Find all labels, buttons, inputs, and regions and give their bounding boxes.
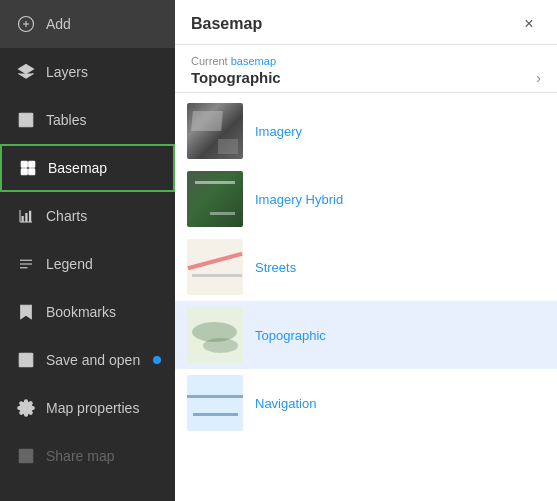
sidebar-item-add[interactable]: Add (0, 0, 175, 48)
sidebar-item-charts[interactable]: Charts (0, 192, 175, 240)
svg-rect-4 (19, 113, 33, 127)
basemap-thumb-streets (187, 239, 243, 295)
sidebar-item-map-properties[interactable]: Map properties (0, 384, 175, 432)
basemap-label: Topographic (255, 328, 326, 343)
plus-circle-icon (16, 14, 36, 34)
close-button[interactable]: × (517, 12, 541, 36)
list-item[interactable]: Streets (175, 233, 557, 301)
basemap-label: Imagery (255, 124, 302, 139)
basemap-label: Streets (255, 260, 296, 275)
basemap-thumb-imagery-hybrid (187, 171, 243, 227)
sidebar-item-bookmarks[interactable]: Bookmarks (0, 288, 175, 336)
basemap-label: Imagery Hybrid (255, 192, 343, 207)
current-basemap-section[interactable]: Current basemap Topographic › (175, 45, 557, 93)
panel-title: Basemap (191, 15, 262, 33)
sidebar-item-label: Legend (46, 256, 93, 272)
sidebar-item-tables[interactable]: Tables (0, 96, 175, 144)
sidebar-item-share-map: Share map (0, 432, 175, 480)
sidebar-item-legend[interactable]: Legend (0, 240, 175, 288)
basemap-icon (18, 158, 38, 178)
svg-rect-10 (21, 169, 27, 175)
current-basemap-label: Current basemap (191, 55, 541, 67)
properties-icon (16, 398, 36, 418)
sidebar-item-label: Tables (46, 112, 86, 128)
svg-rect-16 (29, 211, 31, 222)
panel-header: Basemap × (175, 0, 557, 45)
legend-icon (16, 254, 36, 274)
sidebar-item-layers[interactable]: Layers (0, 48, 175, 96)
tables-icon (16, 110, 36, 130)
bookmarks-icon (16, 302, 36, 322)
current-basemap-name: Topographic (191, 69, 281, 86)
sidebar-item-save-open[interactable]: Save and open (0, 336, 175, 384)
svg-marker-3 (19, 65, 34, 74)
current-basemap-row: Topographic › (191, 69, 541, 86)
basemap-thumb-topographic (187, 307, 243, 363)
basemap-thumb-navigation (187, 375, 243, 431)
svg-rect-9 (29, 161, 35, 167)
svg-rect-8 (21, 161, 27, 167)
sidebar-item-label: Charts (46, 208, 87, 224)
svg-rect-15 (25, 213, 27, 222)
sidebar-item-label: Bookmarks (46, 304, 116, 320)
list-item[interactable]: Topographic (175, 301, 557, 369)
sidebar: Add Layers Tables (0, 0, 175, 501)
share-icon (16, 446, 36, 466)
save-open-dot (153, 356, 161, 364)
save-icon (16, 350, 36, 370)
list-item[interactable]: Imagery Hybrid (175, 165, 557, 233)
current-basemap-label-highlight: basemap (231, 55, 276, 67)
basemap-label: Navigation (255, 396, 316, 411)
sidebar-item-label: Add (46, 16, 71, 32)
basemap-panel: Basemap × Current basemap Topographic › … (175, 0, 557, 501)
basemap-scroll-area[interactable]: Imagery Imagery Hybrid Streets Topograph… (175, 93, 557, 501)
sidebar-item-basemap[interactable]: Basemap (0, 144, 175, 192)
sidebar-item-label: Map properties (46, 400, 139, 416)
chevron-right-icon: › (536, 70, 541, 86)
basemap-thumb-imagery (187, 103, 243, 159)
sidebar-item-label: Basemap (48, 160, 107, 176)
sidebar-item-label: Share map (46, 448, 114, 464)
basemap-list: Imagery Imagery Hybrid Streets Topograph… (175, 93, 557, 441)
sidebar-item-label: Layers (46, 64, 88, 80)
svg-rect-14 (22, 216, 24, 222)
sidebar-item-label: Save and open (46, 352, 140, 368)
svg-rect-11 (29, 169, 35, 175)
current-basemap-label-plain: Current (191, 55, 231, 67)
list-item[interactable]: Navigation (175, 369, 557, 437)
charts-icon (16, 206, 36, 226)
list-item[interactable]: Imagery (175, 97, 557, 165)
layers-icon (16, 62, 36, 82)
